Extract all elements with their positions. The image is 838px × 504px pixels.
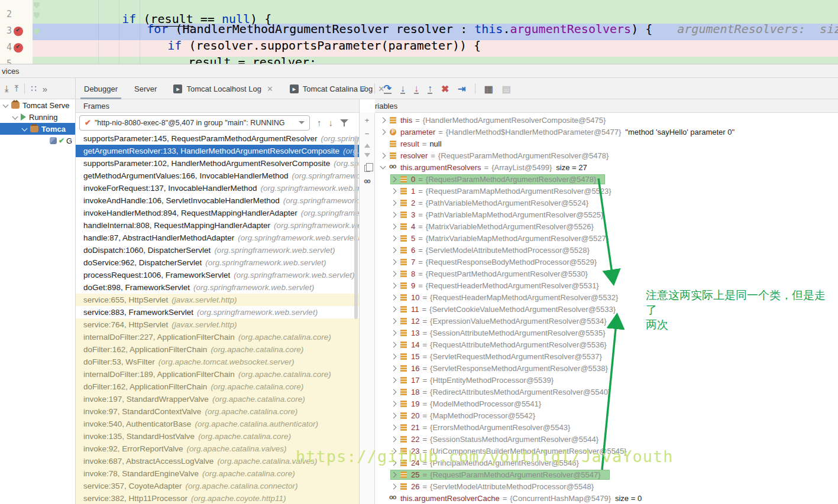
chevron-icon[interactable]: [391, 436, 397, 442]
variable-row[interactable]: 1 = {RequestParamMapMethodArgumentResolv…: [375, 185, 838, 197]
variable-row[interactable]: 14 = {RequestAttributeMethodArgumentReso…: [375, 339, 838, 350]
chevron-icon[interactable]: [380, 117, 386, 123]
chevron-icon[interactable]: [391, 365, 397, 371]
collapse-all-icon[interactable]: ⤒: [15, 83, 19, 94]
variable-row[interactable]: 6 = {ServletModelAttributeMethodProcesso…: [375, 244, 838, 256]
chevron-icon[interactable]: [391, 377, 397, 383]
filter-icon[interactable]: [340, 119, 348, 127]
stack-frame-row[interactable]: invoke:78, StandardEngineValve (org.apac…: [76, 467, 359, 480]
frames-scrollbar[interactable]: [354, 136, 358, 319]
stack-frame-row[interactable]: service:655, HttpServlet (javax.servlet.…: [76, 294, 359, 306]
breakpoint-icon[interactable]: [14, 27, 23, 36]
variable-row[interactable]: 2 = {PathVariableMethodArgumentResolver@…: [375, 197, 838, 209]
variable-row[interactable]: 13 = {SessionAttributeMethodArgumentReso…: [375, 327, 838, 339]
show-watches-icon[interactable]: oo: [364, 177, 370, 186]
chevron-icon[interactable]: [391, 460, 397, 466]
stack-frame-row[interactable]: invoke:197, StandardWrapperValve (org.ap…: [76, 393, 359, 405]
variable-row[interactable]: 11 = {ServletCookieValueMethodArgumentRe…: [375, 303, 838, 315]
variable-row[interactable]: resolver = {RequestParamMethodArgumentRe…: [375, 149, 838, 161]
variable-row[interactable]: 19 = {ModelMethodProcessor@5541}: [375, 398, 838, 409]
variable-row[interactable]: 20 = {MapMethodProcessor@5542}: [375, 409, 838, 421]
stack-frame-row[interactable]: invokeHandlerMethod:894, RequestMappingH…: [76, 207, 359, 219]
stack-frame-row[interactable]: service:357, CoyoteAdapter (org.apache.c…: [76, 480, 359, 492]
stack-frame-row[interactable]: doFilter:162, ApplicationFilterChain (or…: [76, 343, 359, 356]
chevron-icon[interactable]: [391, 353, 397, 359]
tab[interactable]: ▸ Debugger ✕: [76, 78, 126, 99]
stack-frame-row[interactable]: getMethodArgumentValues:166, InvocableHa…: [76, 170, 359, 182]
chevron-icon[interactable]: [391, 212, 397, 217]
variable-row[interactable]: 3 = {PathVariableMapMethodArgumentResolv…: [375, 209, 838, 220]
close-tab-icon[interactable]: ✕: [267, 84, 273, 93]
variable-row[interactable]: 7 = {RequestResponseBodyMethodProcessor@…: [375, 256, 838, 268]
variable-row[interactable]: this.argumentResolverCache = {Concurrent…: [375, 492, 838, 504]
tree-item-artifact[interactable]: ✔ G: [0, 135, 75, 147]
stack-frame-row[interactable]: invoke:92, ErrorReportValve (org.apache.…: [76, 443, 359, 455]
step-over-icon[interactable]: ↷: [384, 84, 392, 94]
chevron-icon[interactable]: [391, 247, 397, 253]
chevron-icon[interactable]: [391, 389, 397, 395]
stack-frame-row[interactable]: invoke:540, AuthenticatorBase (org.apach…: [76, 418, 359, 430]
variable-row[interactable]: result = null: [375, 138, 838, 149]
chevron-icon[interactable]: [391, 330, 397, 336]
stack-frame-row[interactable]: supportsParameter:102, HandlerMethodArgu…: [76, 157, 359, 170]
stack-frame-row[interactable]: handleInternal:808, RequestMappingHandle…: [76, 219, 359, 232]
variable-row[interactable]: 5 = {MatrixVariableMapMethodArgumentReso…: [375, 232, 838, 244]
chevron-icon[interactable]: [391, 318, 397, 324]
variable-row[interactable]: 25 = {RequestParamMethodArgumentResolver…: [375, 469, 838, 480]
copy-icon[interactable]: [364, 165, 370, 172]
variable-row[interactable]: 8 = {RequestPartMethodArgumentResolver@5…: [375, 268, 838, 279]
chevron-icon[interactable]: [391, 223, 397, 229]
variable-row[interactable]: 0 = {RequestParamMethodArgumentResolver@…: [375, 173, 838, 185]
stack-frame-row[interactable]: doFilter:53, WsFilter (org.apache.tomcat…: [76, 356, 359, 368]
run-to-cursor-icon[interactable]: ⇥: [458, 83, 465, 95]
breakpoint-icon[interactable]: [14, 43, 23, 53]
tree-item-tomcat-selected[interactable]: Tomca: [0, 123, 75, 135]
hamburger-icon[interactable]: ≡: [360, 83, 365, 95]
variable-row[interactable]: 10 = {RequestHeaderMapMethodArgumentReso…: [375, 291, 838, 303]
force-step-into-icon[interactable]: ↓: [414, 84, 419, 94]
evaluate-expression-icon[interactable]: ▦: [484, 83, 493, 95]
stack-frame-row[interactable]: internalDoFilter:227, ApplicationFilterC…: [76, 331, 359, 343]
variable-row[interactable]: this = {HandlerMethodArgumentResolverCom…: [375, 114, 838, 126]
chevron-icon[interactable]: [391, 448, 397, 454]
variable-row[interactable]: 16 = {ServletResponseMethodArgumentResol…: [375, 362, 838, 374]
stack-frame-row[interactable]: doGet:898, FrameworkServlet (org.springf…: [76, 281, 359, 294]
step-out-icon[interactable]: ↑: [428, 84, 432, 94]
chevron-icon[interactable]: [391, 200, 397, 206]
variable-row[interactable]: 17 = {HttpEntityMethodProcessor@5539}: [375, 374, 838, 386]
group-by-icon[interactable]: ∷: [31, 83, 37, 94]
variable-row[interactable]: 9 = {RequestHeaderMethodArgumentResolver…: [375, 279, 838, 291]
variable-row[interactable]: 26 = {ServletModelAttributeMethodProcess…: [375, 480, 838, 492]
chevron-icon[interactable]: [391, 306, 397, 312]
add-watch-icon[interactable]: +: [365, 116, 370, 125]
tab[interactable]: ▸ Tomcat Localhost Log ✕: [165, 78, 281, 99]
frame-up-icon[interactable]: ↑: [317, 118, 322, 128]
chevron-icon[interactable]: [391, 424, 397, 430]
variable-row[interactable]: 18 = {RedirectAttributesMethodArgumentRe…: [375, 386, 838, 398]
stack-frame-row[interactable]: invoke:135, StandardHostValve (org.apach…: [76, 430, 359, 443]
chevron-icon[interactable]: [380, 164, 386, 170]
move-down-icon[interactable]: [364, 153, 370, 157]
chevron-icon[interactable]: [391, 188, 397, 194]
tab[interactable]: ▸ Server ✕: [126, 78, 165, 99]
stack-frame-row[interactable]: handle:87, AbstractHandlerMethodAdapter …: [76, 232, 359, 244]
chevron-icon[interactable]: [391, 282, 397, 288]
more-actions-icon[interactable]: »: [43, 84, 47, 94]
stack-frame-row[interactable]: doService:962, DispatcherServlet (org.sp…: [76, 256, 359, 269]
chevron-icon[interactable]: [380, 129, 386, 135]
stack-frame-row[interactable]: doFilter:162, ApplicationFilterChain (or…: [76, 381, 359, 393]
expand-all-icon[interactable]: ⤓: [5, 83, 9, 94]
chevron-icon[interactable]: [391, 342, 397, 347]
remove-watch-icon[interactable]: −: [365, 130, 370, 138]
variable-row[interactable]: 15 = {ServletRequestMethodArgumentResolv…: [375, 350, 838, 362]
chevron-icon[interactable]: [391, 412, 397, 418]
chevron-icon[interactable]: [391, 483, 397, 489]
thread-dropdown[interactable]: ✔ "http-nio-8080-exec-8"@5,407 in group …: [79, 115, 310, 131]
variable-row[interactable]: 4 = {MatrixVariableMethodArgumentResolve…: [375, 220, 838, 232]
frame-down-icon[interactable]: ↓: [329, 118, 334, 128]
chevron-icon[interactable]: [391, 271, 397, 277]
variable-row[interactable]: 23 = {UriComponentsBuilderMethodArgument…: [375, 445, 838, 457]
variable-row[interactable]: 12 = {ExpressionValueMethodArgumentResol…: [375, 315, 838, 327]
stack-frame-row[interactable]: doDispatch:1060, DispatcherServlet (org.…: [76, 244, 359, 256]
stack-frame-row[interactable]: invokeForRequest:137, InvocableHandlerMe…: [76, 182, 359, 194]
